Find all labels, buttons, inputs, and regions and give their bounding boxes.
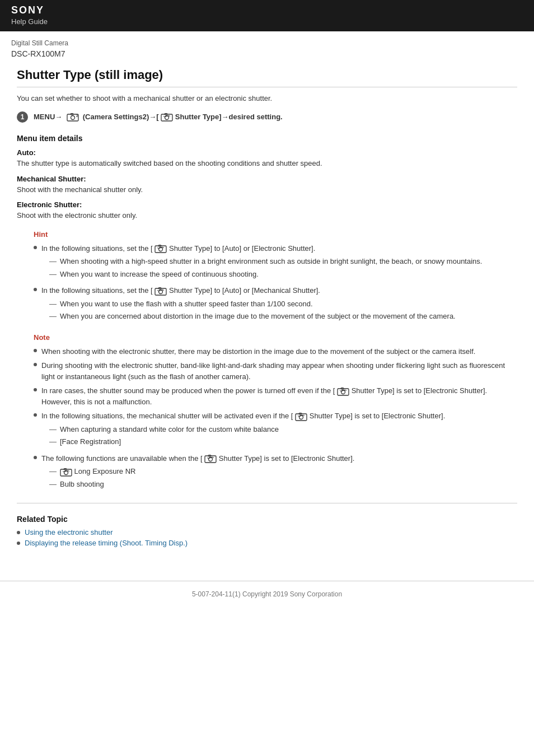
note-section: Note When shooting with the electronic s…	[34, 333, 517, 492]
hint-list: In the following situations, set the [ S…	[34, 243, 517, 324]
note-shutter-icon-4	[295, 412, 307, 421]
note-item-4: In the following situations, the mechani…	[34, 410, 517, 450]
note-item-5: The following functions are unavailable …	[34, 453, 517, 492]
menu-item-mechanical: Mechanical Shutter: Shoot with the mecha…	[17, 175, 517, 195]
hint-bullet-1	[34, 246, 37, 249]
menu-item-mechanical-label: Mechanical Shutter:	[17, 175, 517, 183]
note-item-2: During shooting with the electronic shut…	[34, 360, 517, 382]
menu-item-electronic-label: Electronic Shutter:	[17, 200, 517, 209]
hint-section: Hint In the following situations, set th…	[34, 230, 517, 324]
related-item-2[interactable]: Displaying the release timing (Shoot. Ti…	[17, 539, 517, 547]
step-number: 1	[17, 111, 28, 123]
shutter-type-icon	[161, 113, 173, 122]
note-item-1-text: When shooting with the electronic shutte…	[41, 346, 475, 357]
breadcrumb-line2: DSC-RX100M7	[11, 48, 523, 60]
hint-item-1: In the following situations, set the [ S…	[34, 243, 517, 282]
svg-rect-10	[155, 288, 166, 295]
svg-rect-22	[60, 469, 72, 476]
note-shutter-icon-3	[337, 387, 349, 396]
menu-item-mechanical-text: Shoot with the mechanical shutter only.	[17, 184, 517, 195]
hint-label: Hint	[34, 230, 517, 239]
footer: 5-007-204-11(1) Copyright 2019 Sony Corp…	[0, 581, 534, 607]
svg-point-1	[71, 116, 74, 120]
camera-settings-icon: 2	[67, 113, 79, 122]
step-box: 1 MENU→ 2 (Camera Settings2)→[ Shutter T…	[17, 111, 517, 123]
menu-item-auto-text: The shutter type is automatically switch…	[17, 158, 517, 169]
related-topic-section: Related Topic Using the electronic shutt…	[17, 515, 517, 547]
svg-rect-16	[296, 414, 307, 421]
note-sub-item-5b: —Bulb shooting	[49, 479, 354, 490]
menu-item-electronic-text: Shoot with the electronic shutter only.	[17, 210, 517, 221]
related-topic-heading: Related Topic	[17, 515, 517, 524]
svg-rect-19	[205, 456, 216, 463]
hint-sub-list-1: —When shooting with a high-speed shutter…	[49, 256, 482, 279]
note-item-2-text: During shooting with the electronic shut…	[41, 360, 517, 382]
note-label: Note	[34, 333, 517, 342]
related-link-1[interactable]: Using the electronic shutter	[25, 528, 113, 536]
divider	[17, 503, 517, 503]
note-long-exp-icon	[60, 468, 72, 477]
hint-shutter-icon-1	[154, 244, 167, 253]
note-sub-list-5: — Long Exposure NR —Bulb shooting	[49, 466, 354, 489]
page-title: Shutter Type (still image)	[17, 68, 517, 87]
note-sub-item-5a: — Long Exposure NR	[49, 466, 354, 477]
note-list: When shooting with the electronic shutte…	[34, 346, 517, 492]
related-item-1[interactable]: Using the electronic shutter	[17, 528, 517, 536]
help-guide-label: Help Guide	[11, 17, 523, 26]
header: SONY Help Guide	[0, 0, 534, 31]
intro-text: You can set whether to shoot with a mech…	[17, 94, 517, 102]
note-bullet-2	[34, 363, 37, 366]
sony-logo: SONY	[11, 4, 523, 16]
note-item-3-text: In rare cases, the shutter sound may be …	[41, 385, 517, 407]
hint-item-2: In the following situations, set the [ S…	[34, 285, 517, 324]
related-dot-1	[17, 531, 20, 534]
hint-sub-item-1b: —When you want to increase the speed of …	[49, 269, 482, 280]
svg-rect-7	[155, 246, 166, 253]
note-bullet-3	[34, 388, 37, 391]
hint-bullet-2	[34, 288, 37, 291]
hint-sub-item-2a: —When you want to use the flash with a s…	[49, 298, 456, 310]
hint-sub-list-2: —When you want to use the flash with a s…	[49, 298, 456, 322]
hint-item-2-text: In the following situations, set the [ S…	[41, 286, 320, 295]
menu-item-auto: Auto: The shutter type is automatically …	[17, 148, 517, 169]
footer-text: 5-007-204-11(1) Copyright 2019 Sony Corp…	[192, 590, 342, 598]
hint-item-1-text: In the following situations, set the [ S…	[41, 244, 315, 253]
svg-rect-4	[161, 114, 172, 121]
menu-details-heading: Menu item details	[17, 134, 517, 143]
note-item-4-text: In the following situations, the mechani…	[41, 412, 445, 420]
note-shutter-icon-5	[204, 454, 217, 463]
related-topic-list: Using the electronic shutter Displaying …	[17, 528, 517, 547]
note-bullet-1	[34, 349, 37, 352]
note-item-3: In rare cases, the shutter sound may be …	[34, 385, 517, 407]
content-area: Shutter Type (still image) You can set w…	[0, 62, 534, 570]
note-bullet-4	[34, 413, 37, 417]
hint-shutter-icon-2	[154, 287, 167, 296]
note-sub-list-4: —When capturing a standard white color f…	[49, 424, 445, 447]
note-item-5-text: The following functions are unavailable …	[41, 454, 354, 463]
note-item-1: When shooting with the electronic shutte…	[34, 346, 517, 357]
svg-rect-13	[338, 389, 349, 395]
hint-sub-item-1a: —When shooting with a high-speed shutter…	[49, 256, 482, 267]
hint-sub-item-2b: —When you are concerned about distortion…	[49, 311, 456, 322]
related-dot-2	[17, 542, 20, 545]
breadcrumb-line1: Digital Still Camera	[11, 38, 523, 48]
note-bullet-5	[34, 456, 37, 459]
breadcrumb: Digital Still Camera DSC-RX100M7	[0, 31, 534, 62]
note-sub-item-4a: —When capturing a standard white color f…	[49, 424, 445, 435]
menu-item-auto-label: Auto:	[17, 148, 517, 157]
menu-item-electronic: Electronic Shutter: Shoot with the elect…	[17, 200, 517, 221]
step-text: MENU→ 2 (Camera Settings2)→[ Shutter Typ…	[34, 113, 283, 122]
related-link-2[interactable]: Displaying the release timing (Shoot. Ti…	[25, 539, 188, 547]
note-sub-item-4b: —[Face Registration]	[49, 436, 445, 447]
